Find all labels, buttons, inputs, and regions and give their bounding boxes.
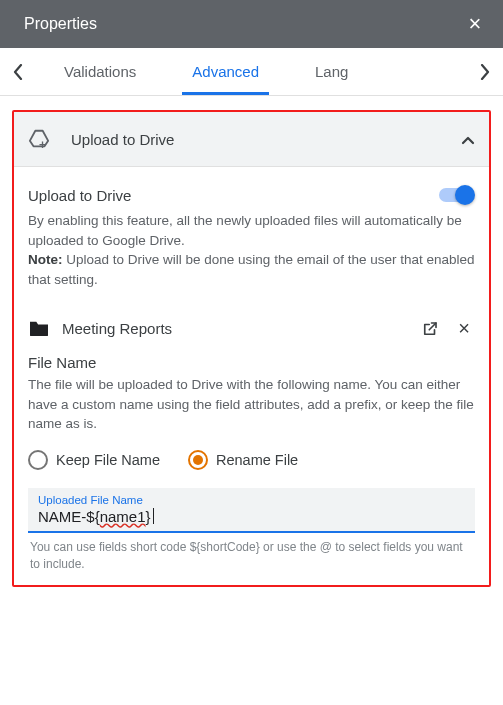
tabs: Validations Advanced Lang <box>36 48 467 95</box>
tab-label: Lang <box>315 63 348 80</box>
upload-toggle-row: Upload to Drive <box>28 185 475 205</box>
folder-icon <box>28 319 50 339</box>
input-label: Uploaded File Name <box>38 494 465 506</box>
radio-label: Keep File Name <box>56 452 160 468</box>
tabs-next-button[interactable] <box>467 48 503 96</box>
filename-hint: You can use fields short code ${shortCod… <box>28 539 475 573</box>
folder-name: Meeting Reports <box>62 320 407 337</box>
radio-rename-file[interactable]: Rename File <box>188 450 298 470</box>
radio-keep-filename[interactable]: Keep File Name <box>28 450 160 470</box>
tab-label: Validations <box>64 63 136 80</box>
input-value: NAME-${name1} <box>38 506 465 527</box>
note-text: Upload to Drive will be done using the e… <box>28 252 475 287</box>
tabs-bar: Validations Advanced Lang <box>0 48 503 96</box>
toggle-label: Upload to Drive <box>28 187 439 204</box>
filename-radio-group: Keep File Name Rename File <box>28 450 475 470</box>
text-caret <box>153 508 154 524</box>
radio-icon <box>28 450 48 470</box>
section-header[interactable]: + Upload to Drive <box>14 112 489 167</box>
tab-validations[interactable]: Validations <box>36 48 164 95</box>
tabs-prev-button[interactable] <box>0 48 36 96</box>
chevron-up-icon[interactable] <box>461 129 475 150</box>
section-body: Upload to Drive By enabling this feature… <box>14 167 489 585</box>
header-title: Properties <box>24 15 463 33</box>
section-title: Upload to Drive <box>71 131 445 148</box>
radio-icon <box>188 450 208 470</box>
plus-icon: + <box>39 138 46 152</box>
tab-lang[interactable]: Lang <box>287 48 376 95</box>
note-label: Note: <box>28 252 63 267</box>
filename-description: The file will be uploaded to Drive with … <box>28 375 475 434</box>
properties-header: Properties × <box>0 0 503 48</box>
open-folder-button[interactable] <box>419 318 441 340</box>
folder-row: Meeting Reports × <box>28 317 475 340</box>
filename-heading: File Name <box>28 354 475 371</box>
desc-text: By enabling this feature, all the newly … <box>28 213 462 248</box>
radio-label: Rename File <box>216 452 298 468</box>
upload-toggle[interactable] <box>439 185 475 205</box>
tab-label: Advanced <box>192 63 259 80</box>
upload-description: By enabling this feature, all the newly … <box>28 211 475 289</box>
highlighted-panel: + Upload to Drive Upload to Drive By ena… <box>12 110 491 587</box>
tab-advanced[interactable]: Advanced <box>164 48 287 95</box>
close-icon[interactable]: × <box>463 11 487 37</box>
filename-input[interactable]: Uploaded File Name NAME-${name1} <box>28 488 475 533</box>
remove-folder-button[interactable]: × <box>453 317 475 340</box>
